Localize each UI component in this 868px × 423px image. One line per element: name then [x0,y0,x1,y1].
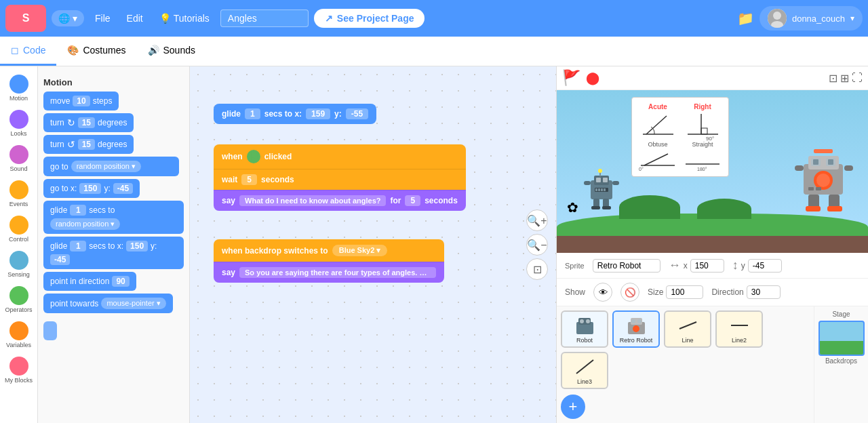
point-direction-block[interactable]: point in direction 90 [43,272,136,291]
svg-point-56 [631,319,635,323]
scratch-logo[interactable]: S [5,5,46,32]
direction-input[interactable] [747,285,781,299]
say-block[interactable]: say What do I need to know about angles?… [214,190,466,211]
see-project-button[interactable]: ↗ See Project Page [314,9,425,28]
sprites-section: Robot Retro Robot [557,306,814,423]
operators-circle [9,286,28,305]
tutorials-button[interactable]: 💡 Tutorials [154,10,215,26]
tab-sounds[interactable]: 🔊 Sounds [137,37,206,66]
show-label: Show [565,287,585,297]
zoom-out-button[interactable]: 🔍− [526,234,548,256]
avatar [768,9,787,28]
code-area[interactable]: glide 1 secs to x: 159 y: -55 when ⚑ cli… [190,66,556,423]
backdrop-dropdown[interactable]: Blue Sky2 ▾ [332,245,388,256]
x-arrows-icon: ↔ [669,258,681,273]
motion-label: Motion [9,95,28,102]
move-block[interactable]: move 10 steps [43,92,119,110]
line2-label: Line2 [732,337,747,344]
obtuse-box: 0° [637,150,678,171]
y-input[interactable] [748,259,782,273]
sprite-item-retro-robot[interactable]: Retro Robot [612,310,660,348]
stage-thumbnail[interactable] [818,321,865,356]
sidebar-item-events[interactable]: Events [3,178,35,210]
angle-row2: 0° 180° [637,150,723,171]
glide-standalone-block[interactable]: glide 1 secs to x: 159 y: -55 [214,104,376,124]
say-value: What do I need to know about angles? [239,195,386,206]
edit-menu[interactable]: Edit [121,10,149,26]
sprite-name-input[interactable] [593,259,660,273]
dirt [557,236,868,253]
sidebar-item-operators[interactable]: Operators [3,283,35,316]
green-flag-button[interactable]: 🚩 [562,69,580,87]
small-robot-left [583,163,620,214]
wait-block[interactable]: wait 5 seconds [214,169,466,190]
svg-rect-18 [596,178,601,182]
x-input[interactable] [690,259,724,273]
zoom-in-button[interactable]: 🔍+ [526,209,548,231]
svg-rect-42 [808,187,814,190]
svg-rect-19 [603,178,608,182]
sprite-item-robot[interactable]: Robot [561,310,608,348]
variables-label: Variables [6,342,31,348]
add-sprite-button[interactable]: + [561,395,585,419]
glide-random-block[interactable]: glide 1 secs to random position ▾ [43,201,184,234]
secondary-bar: ◻ Code 🎨 Costumes 🔊 Sounds [0,37,868,66]
folder-button[interactable]: 📁 [737,10,754,26]
sprite-item-line3[interactable]: Line3 [561,352,608,389]
user-area[interactable]: donna_couch ▾ [760,6,863,31]
see-project-label: See Project Page [337,13,414,24]
category-header: Motion [43,77,184,87]
show-button[interactable]: 👁 [593,283,612,302]
events-circle [9,180,28,199]
svg-rect-22 [598,188,600,191]
robot-label: Robot [576,337,593,344]
sidebar-item-sensing[interactable]: Sensing [3,248,35,281]
stop-button[interactable]: ⬤ [586,70,599,85]
say-block2[interactable]: say So you are saying there are four typ… [214,262,444,283]
sprite-item-line[interactable]: Line [664,310,711,348]
normal-stage-button[interactable]: ⊞ [840,72,849,85]
project-name-input[interactable] [220,9,309,27]
hide-button[interactable]: 🚫 [620,283,639,302]
svg-text:90°: 90° [706,136,714,141]
y-label: y [741,261,745,270]
hill1 [619,195,680,219]
hill2 [697,199,751,219]
sidebar-item-sound[interactable]: Sound [3,142,35,175]
zoom-fit-button[interactable]: ⊡ [526,258,548,280]
point-towards-block[interactable]: point towards mouse-pointer ▾ [43,294,173,313]
green-flag-icon: ⚑ [247,150,260,163]
svg-line-61 [576,360,593,374]
sprite-row2: Show 👁 🚫 Size Direction [557,279,868,306]
sidebar-item-myblocks[interactable]: My Blocks [3,354,35,386]
code-label: Code [23,45,45,56]
sidebar-item-variables[interactable]: Variables [3,319,35,351]
sprites-grid: Robot Retro Robot [561,310,810,389]
fullscreen-button[interactable]: ⛶ [852,72,863,85]
tab-code[interactable]: ◻ Code [0,37,56,66]
small-stage-button[interactable]: ⊡ [829,72,837,85]
svg-rect-32 [602,206,611,209]
right-diagram: 90° [684,110,722,141]
user-chevron: ▾ [850,14,854,23]
when-clicked-hat[interactable]: when ⚑ clicked [214,144,466,169]
goto-block[interactable]: go to random position ▾ [43,157,179,176]
acute-label: Acute [648,103,667,110]
events-label: Events [9,201,28,207]
turn-ccw-block[interactable]: turn ↺ 15 degrees [43,135,134,154]
left-side: Motion Looks Sound Events Control Sensin… [0,66,190,423]
tab-costumes[interactable]: 🎨 Costumes [56,37,136,66]
size-input[interactable] [666,285,703,299]
glide-xy-block[interactable]: glide 1 secs to x: 150 y: -45 [43,237,184,269]
sidebar-item-looks[interactable]: Looks [3,107,35,140]
sidebar-item-control[interactable]: Control [3,213,35,245]
goto-xy-block[interactable]: go to x: 150 y: -45 [43,179,140,198]
more-block[interactable] [43,321,57,340]
sprite-item-line2[interactable]: Line2 [715,310,763,348]
file-menu[interactable]: File [90,10,116,26]
code-icon: ◻ [11,45,19,56]
turn-cw-block[interactable]: turn ↻ 15 degrees [43,113,134,132]
when-backdrop-hat[interactable]: when backdrop switches to Blue Sky2 ▾ [214,239,444,262]
sidebar-item-motion[interactable]: Motion [3,72,35,104]
globe-button[interactable]: 🌐 ▾ [52,10,84,26]
